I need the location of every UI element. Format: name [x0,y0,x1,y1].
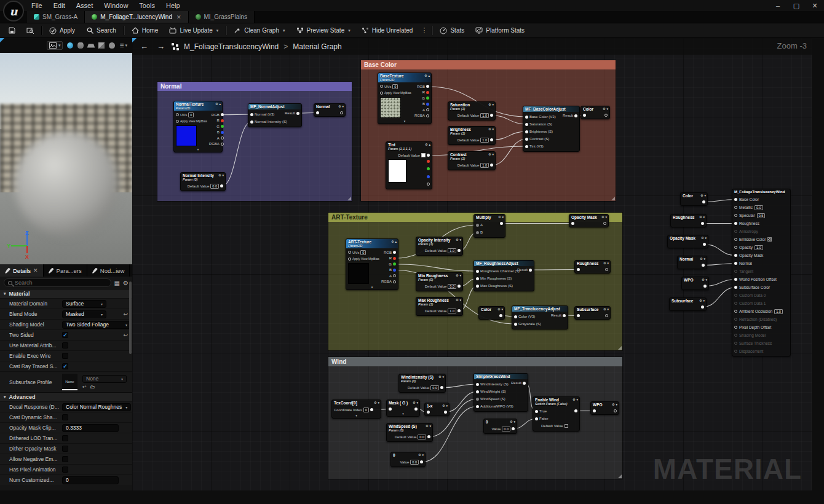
rgba-output-pin[interactable] [426,114,429,117]
details-tab-details[interactable]: Details✕ [0,264,44,277]
result-pin[interactable] [529,269,532,272]
node-header[interactable]: SimpleGrassWind [474,374,528,379]
input-pin[interactable] [476,405,479,408]
uvs-input-pin[interactable] [380,85,383,88]
r-output-pin[interactable] [221,119,224,122]
result-pin[interactable] [563,314,566,317]
chevron-down-icon[interactable]: ▾ [703,257,705,261]
r-output-pin[interactable] [426,91,429,94]
node-header[interactable]: MF_NormalAdjust [248,104,301,109]
output-pin[interactable] [458,285,461,288]
input-pin[interactable] [316,111,319,114]
node-subDecl[interactable]: Subsurface⚙▾ [574,306,611,320]
chevron-down-icon[interactable]: ▾ [605,215,607,219]
cylinder-shape-button[interactable] [77,42,84,49]
chevron-down-icon[interactable]: ▾ [607,261,609,266]
input-pin[interactable] [250,113,253,116]
node-header[interactable]: Enable WindSwitch Param (False)⚙▾ [533,397,579,406]
b-output-pin[interactable] [221,131,224,134]
node-header[interactable]: WindIntensity (S)Param (0)⚙▾ [399,374,445,384]
node-header[interactable]: WPO⚙▾ [591,402,619,408]
forward-arrow-icon[interactable]: → [155,42,167,51]
subsurface-input-pin[interactable] [734,286,737,289]
output-pin[interactable] [220,184,223,187]
input-pin[interactable] [476,285,479,288]
cd1-input-pin[interactable] [734,302,737,305]
node-header[interactable]: Normal⚙▾ [314,104,345,109]
comment-resize-handle[interactable] [618,346,622,350]
input-pin[interactable] [583,114,586,117]
save-icon[interactable] [2,23,21,37]
node-header[interactable]: NormalTextureParam2D⚙▴ [174,101,222,111]
shadingmodel-input-pin[interactable] [734,334,737,337]
chevron-down-icon[interactable]: ▾ [703,299,705,303]
close-icon[interactable]: ✕ [33,267,38,274]
output-pin[interactable] [603,222,606,225]
output-pin[interactable] [604,114,608,117]
node-mfRough[interactable]: MF_RoughnessAdjustRoughness Channel (S)M… [473,260,534,291]
node-const0a[interactable]: 0⚙▾Value0.0 [390,452,426,467]
platform-stats-button[interactable]: Platform Stats [470,23,530,37]
find-in-content-browser-icon[interactable] [21,23,39,37]
preview-state-button[interactable]: Preview State▾ [291,23,356,37]
ao-input-pin[interactable] [734,310,737,313]
node-maskG[interactable]: Mask ( G )⚙▾▾ [386,400,420,417]
value-box[interactable]: 0 [392,84,398,89]
gear-icon[interactable]: ⚙ [488,127,491,132]
node-mfTrans[interactable]: MF_TranclucencyAdjustColor (V3)Grayscale… [512,305,568,329]
cube-shape-button[interactable] [98,42,105,49]
section-header-advanced[interactable]: ▾Advanced [0,392,132,401]
input-pin[interactable] [577,268,580,271]
input-pin[interactable] [593,409,596,412]
gear-icon[interactable]: ⚙ [488,103,491,107]
output-pin[interactable] [420,460,423,463]
node-header[interactable]: Normal⚙▾ [678,256,707,262]
gear-icon[interactable]: ⚙ [572,398,575,402]
apply-button[interactable]: Apply [44,23,81,37]
normal-input-pin[interactable] [734,262,737,265]
refraction-input-pin[interactable] [734,318,737,321]
chevron-down-icon[interactable]: ▾ [416,401,418,405]
gear-icon[interactable]: ⚙ [413,401,415,405]
node-wpoUse[interactable]: WPO⚙▾ [681,277,709,290]
chevron-down-icon[interactable]: ▾ [513,420,515,424]
input-pin[interactable] [476,390,479,393]
output-pin[interactable] [490,114,493,117]
value-box[interactable]: 0 [188,112,194,117]
clean-graph-button[interactable]: Clean Graph▾ [228,23,290,37]
node-header[interactable]: Color⚙▾ [681,193,707,199]
value-box[interactable]: 0.0 [210,184,219,189]
node-colorUse2[interactable]: Color⚙▾ [680,192,708,206]
node-normTex[interactable]: NormalTextureParam2D⚙▴UVs0Apply View Mip… [173,101,223,152]
r-output-pin[interactable] [427,160,430,163]
chevron-down-icon[interactable]: ▾ [501,307,503,312]
home-button[interactable]: Home [126,23,164,37]
preview-viewport[interactable]: ▾≡▾ Z Y X [0,38,132,264]
a-output-pin[interactable] [393,274,396,277]
collapse-chevron-icon[interactable]: ▾ [332,414,381,418]
gear-icon[interactable]: ⚙ [456,298,458,302]
chevron-down-icon[interactable]: ▾ [607,307,609,312]
chevron-down-icon[interactable]: ▾ [378,401,379,405]
node-header[interactable]: MF_BaseColorAdjust [523,106,579,112]
a-output-pin[interactable] [427,183,430,186]
result-pin[interactable] [296,112,299,115]
gear-icon[interactable]: ⚙ [603,261,606,266]
output-pin[interactable] [703,243,706,246]
node-header[interactable]: WindSpeed (S)Param (0)⚙▾ [387,423,432,433]
chevron-down-icon[interactable]: ▾ [446,404,448,408]
output-pin[interactable] [574,409,577,412]
gear-icon[interactable]: ⚙ [603,307,606,312]
value-box[interactable]: 1.0 [774,309,783,314]
menu-edit[interactable]: Edit [48,1,71,10]
node-wpoDecl[interactable]: WPO⚙▾ [590,401,619,415]
node-header[interactable]: Max RoughnessParam (1)⚙▾ [416,297,462,307]
input-pin[interactable] [476,224,479,227]
input-pin[interactable] [571,222,574,225]
output-pin[interactable] [512,427,515,430]
node-oneMinus[interactable]: 1-x⚙▾ [424,403,450,416]
node-header[interactable]: Normal IntensityParam (0)⚙▾ [181,173,225,182]
node-header[interactable]: TexCoord[0]⚙▾ [332,400,381,406]
node-windSpeed[interactable]: WindSpeed (S)Param (0)⚙▾Default Value0.0 [386,423,433,442]
node-normalUse[interactable]: Normal⚙▾ [677,256,707,269]
